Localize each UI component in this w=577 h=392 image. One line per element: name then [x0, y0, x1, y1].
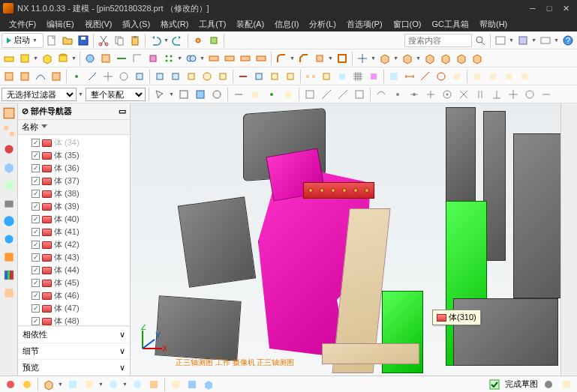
constraint-tab[interactable]: [2, 142, 16, 156]
view-icon[interactable]: [201, 377, 216, 392]
start-button[interactable]: 启动 ▼: [2, 33, 44, 48]
finish-sketch-icon[interactable]: [487, 377, 502, 392]
datum-icon[interactable]: [2, 69, 17, 84]
chevron-down-icon[interactable]: ▼: [33, 55, 39, 61]
checkbox-icon[interactable]: ✓: [32, 177, 40, 185]
tree-item[interactable]: ✓体 (48): [18, 315, 130, 325]
chevron-down-icon[interactable]: ▼: [164, 37, 170, 43]
menu-insert[interactable]: 插入(S): [118, 17, 155, 31]
checkbox-icon[interactable]: ✓: [32, 241, 40, 249]
copy-icon[interactable]: [112, 33, 127, 48]
tab-icon[interactable]: [2, 250, 16, 264]
trim-icon[interactable]: [312, 51, 327, 66]
maximize-button[interactable]: □: [541, 1, 557, 15]
view-icon[interactable]: [146, 377, 161, 392]
snap-icon[interactable]: [456, 87, 471, 102]
block-icon[interactable]: [40, 51, 55, 66]
tool-icon[interactable]: [168, 69, 183, 84]
extrude-icon[interactable]: [17, 51, 32, 66]
axis-icon[interactable]: [101, 69, 116, 84]
tree-item[interactable]: ✓体 (41): [18, 226, 130, 238]
cube-icon[interactable]: [454, 51, 469, 66]
chevron-down-icon[interactable]: ▼: [169, 91, 175, 97]
view-icon[interactable]: [106, 377, 121, 392]
chevron-down-icon[interactable]: ▼: [177, 55, 183, 61]
feature-icon[interactable]: [98, 51, 113, 66]
tool-icon[interactable]: [366, 69, 381, 84]
cube-icon[interactable]: [377, 51, 392, 66]
snap-icon[interactable]: [352, 87, 367, 102]
menu-view[interactable]: 视图(V): [80, 17, 117, 31]
snap-icon[interactable]: [539, 87, 554, 102]
cube-icon[interactable]: [438, 51, 453, 66]
window-icon[interactable]: [493, 33, 508, 48]
cube-icon[interactable]: [470, 51, 485, 66]
snap-icon[interactable]: [335, 87, 350, 102]
assembly-navigator-tab[interactable]: [2, 124, 16, 138]
selection-scope[interactable]: 整个装配: [86, 88, 146, 101]
chevron-down-icon[interactable]: ▼: [393, 55, 399, 61]
checkbox-icon[interactable]: ✓: [32, 164, 40, 172]
chevron-down-icon[interactable]: ▼: [371, 55, 377, 61]
sketch-icon[interactable]: [2, 51, 17, 66]
finish-sketch-label[interactable]: 完成草图: [505, 379, 538, 390]
snap-icon[interactable]: [374, 87, 389, 102]
hole-icon[interactable]: [83, 51, 98, 66]
tab-icon[interactable]: [2, 286, 16, 300]
minimize-button[interactable]: ─: [524, 1, 541, 15]
chevron-down-icon[interactable]: ▼: [98, 382, 104, 387]
snap-icon[interactable]: [423, 87, 438, 102]
dim-icon[interactable]: [402, 69, 417, 84]
checkbox-icon[interactable]: ✓: [32, 266, 40, 274]
close-button[interactable]: ✕: [557, 1, 574, 15]
tree-item[interactable]: ✓体 (39): [18, 200, 130, 213]
sel-icon[interactable]: [193, 87, 208, 102]
pin-icon[interactable]: ⊘: [22, 106, 29, 116]
feature-icon[interactable]: [114, 51, 129, 66]
new-icon[interactable]: [44, 33, 59, 48]
move-icon[interactable]: [355, 51, 370, 66]
preview-section[interactable]: 预览∨: [18, 359, 130, 376]
sel-icon[interactable]: [176, 87, 191, 102]
tool-icon[interactable]: [215, 69, 230, 84]
snap-mid-icon[interactable]: [407, 87, 422, 102]
sel-icon[interactable]: [231, 87, 246, 102]
curve-icon[interactable]: [33, 69, 48, 84]
detail-section[interactable]: 细节∨: [18, 343, 130, 359]
tree-item[interactable]: ✓体 (38): [18, 187, 130, 200]
panel-menu-icon[interactable]: ▭: [119, 106, 126, 116]
pattern-icon[interactable]: [161, 51, 176, 66]
dependency-section[interactable]: 相依性∨: [18, 326, 130, 343]
tool-icon[interactable]: [132, 69, 147, 84]
menu-assembly[interactable]: 装配(A): [232, 17, 269, 31]
paste-icon[interactable]: [128, 33, 143, 48]
menu-window[interactable]: 窗口(O): [389, 17, 426, 31]
column-header[interactable]: 名称: [18, 120, 130, 135]
chevron-down-icon[interactable]: ▼: [71, 55, 77, 61]
checkbox-icon[interactable]: ✓: [32, 228, 40, 236]
menu-help[interactable]: 帮助(H): [475, 17, 512, 31]
shell-icon[interactable]: [335, 51, 350, 66]
tool-icon[interactable]: [267, 69, 282, 84]
undo-icon[interactable]: [148, 33, 163, 48]
chevron-down-icon[interactable]: ▼: [290, 55, 296, 61]
menu-gctoolbox[interactable]: GC工具箱: [427, 17, 473, 31]
help-icon[interactable]: ?: [560, 33, 575, 48]
line-icon[interactable]: [85, 69, 100, 84]
cube-icon[interactable]: [422, 51, 437, 66]
checkbox-icon[interactable]: ✓: [32, 292, 40, 300]
tool-icon[interactable]: [501, 69, 516, 84]
menu-info[interactable]: 信息(I): [270, 17, 303, 31]
datum-icon[interactable]: [49, 69, 64, 84]
tool-icon[interactable]: [434, 69, 449, 84]
tree-item[interactable]: ✓体 (46): [18, 289, 130, 302]
tree-item[interactable]: ✓体 (35): [18, 149, 130, 162]
snap-perp-icon[interactable]: [489, 87, 504, 102]
snap-icon[interactable]: [319, 87, 334, 102]
layer-icon[interactable]: [538, 33, 553, 48]
part-navigator-tab[interactable]: [2, 106, 16, 120]
tool-icon[interactable]: [251, 69, 266, 84]
chevron-down-icon[interactable]: ▼: [78, 91, 84, 97]
tool-icon[interactable]: [152, 69, 167, 84]
view-icon[interactable]: [82, 377, 97, 392]
